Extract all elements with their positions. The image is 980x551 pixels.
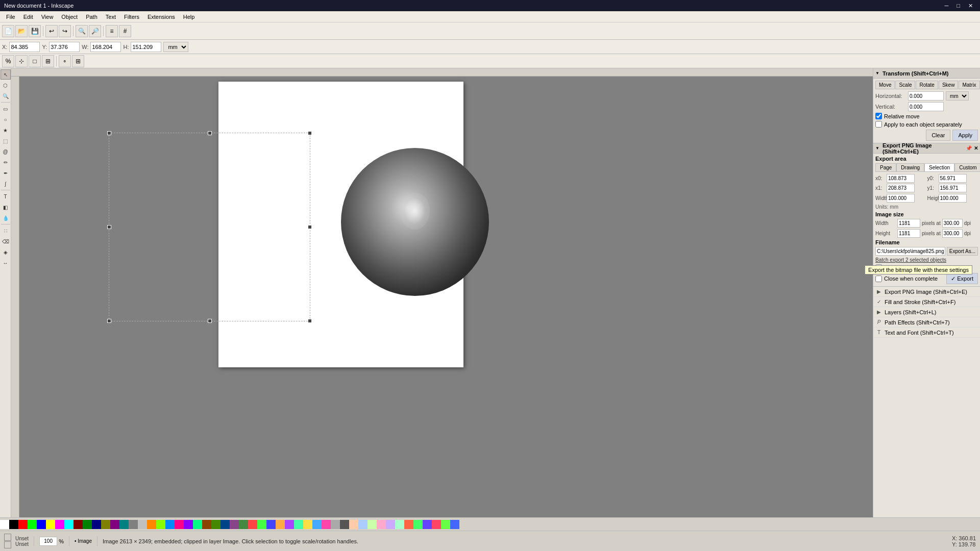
img-height-input[interactable]: [897, 229, 920, 238]
eraser-tool[interactable]: ⌫: [1, 236, 11, 246]
palette-swatch[interactable]: [230, 520, 239, 529]
ea-tab-page[interactable]: Page: [875, 163, 896, 172]
palette-swatch[interactable]: [165, 520, 175, 529]
palette-swatch[interactable]: [110, 520, 119, 529]
palette-swatch[interactable]: [202, 520, 211, 529]
spiral-tool[interactable]: @: [1, 146, 11, 157]
palette-swatch[interactable]: [9, 520, 18, 529]
height-input[interactable]: [939, 194, 967, 203]
palette-swatch[interactable]: [413, 520, 423, 529]
zoom-out-button[interactable]: 🔎: [89, 25, 101, 37]
transform-panel-header[interactable]: ▼ Transform (Shift+Ctrl+M): [873, 68, 980, 79]
zoom-tool[interactable]: 🔍: [1, 91, 11, 101]
palette-swatch[interactable]: [64, 520, 74, 529]
palette-swatch[interactable]: [340, 520, 349, 529]
horizontal-input[interactable]: [908, 91, 944, 101]
ea-tab-custom[interactable]: Custom: [954, 163, 980, 172]
palette-swatch[interactable]: [147, 520, 156, 529]
palette-swatch[interactable]: [312, 520, 322, 529]
snap-bbox[interactable]: □: [29, 55, 41, 67]
menu-file[interactable]: File: [2, 13, 19, 21]
spray-tool[interactable]: ∷: [1, 226, 11, 236]
snap-to-grid[interactable]: ⊞: [72, 55, 84, 67]
handle-bl[interactable]: [107, 319, 111, 323]
panel-list-layers[interactable]: ▶ Layers (Shift+Ctrl+L): [873, 307, 980, 317]
text-tool[interactable]: T: [1, 191, 11, 202]
menu-object[interactable]: Object: [57, 13, 82, 21]
palette-swatch[interactable]: [28, 520, 37, 529]
palette-swatch[interactable]: [266, 520, 276, 529]
palette-swatch[interactable]: [0, 520, 9, 529]
tab-rotate[interactable]: Rotate: [916, 81, 938, 89]
grid-button[interactable]: #: [119, 25, 131, 37]
tab-skew[interactable]: Skew: [939, 81, 958, 89]
panel-list-fill[interactable]: ✓ Fill and Stroke (Shift+Ctrl+F): [873, 297, 980, 307]
palette-swatch[interactable]: [193, 520, 202, 529]
snap-enable[interactable]: %: [2, 55, 14, 67]
vertical-input[interactable]: [908, 102, 944, 111]
gradient-tool[interactable]: ◧: [1, 202, 11, 212]
canvas-area[interactable]: [11, 68, 873, 517]
star-tool[interactable]: ★: [1, 125, 11, 135]
palette-swatch[interactable]: [257, 520, 266, 529]
align-button[interactable]: ≡: [106, 25, 118, 37]
h-input[interactable]: [131, 42, 161, 52]
y-input[interactable]: [49, 42, 80, 52]
new-button[interactable]: 📄: [2, 25, 14, 37]
zoom-input[interactable]: [39, 537, 57, 546]
width-input[interactable]: [887, 194, 915, 203]
tab-scale[interactable]: Scale: [895, 81, 915, 89]
close-when-complete-checkbox[interactable]: [875, 276, 882, 282]
palette-swatch[interactable]: [303, 520, 312, 529]
node-tool[interactable]: ⬡: [1, 80, 11, 90]
batch-export-link[interactable]: Batch export 2 selected objects: [875, 257, 946, 263]
horizontal-unit[interactable]: mm: [946, 91, 969, 101]
clear-button[interactable]: Clear: [926, 130, 950, 141]
palette-swatch[interactable]: [450, 520, 459, 529]
zoom-in-button[interactable]: 🔍: [76, 25, 88, 37]
palette-swatch[interactable]: [285, 520, 294, 529]
palette-swatch[interactable]: [83, 520, 92, 529]
img-width-input[interactable]: [897, 219, 920, 228]
palette-swatch[interactable]: [432, 520, 441, 529]
pen-tool[interactable]: ✒: [1, 168, 11, 178]
palette-swatch[interactable]: [377, 520, 386, 529]
w-input[interactable]: [90, 42, 121, 52]
paint-bucket-tool[interactable]: ◈: [1, 247, 11, 257]
relative-move-checkbox[interactable]: [875, 113, 882, 119]
panel-list-export[interactable]: ▶ Export PNG Image (Shift+Ctrl+E): [873, 287, 980, 297]
minimize-button[interactable]: ─: [942, 2, 952, 10]
palette-swatch[interactable]: [138, 520, 147, 529]
filename-input[interactable]: [875, 247, 945, 256]
palette-swatch[interactable]: [55, 520, 64, 529]
palette-swatch[interactable]: [358, 520, 368, 529]
palette-swatch[interactable]: [294, 520, 303, 529]
palette-swatch[interactable]: [404, 520, 413, 529]
hide-except-checkbox[interactable]: [875, 264, 882, 271]
menu-view[interactable]: View: [37, 13, 58, 21]
menu-path[interactable]: Path: [82, 13, 102, 21]
export-button[interactable]: ✓ Export: [946, 273, 978, 284]
y1-input[interactable]: [939, 184, 967, 192]
dropper-tool[interactable]: 💧: [1, 213, 11, 223]
img-height-dpi[interactable]: [942, 229, 963, 238]
palette-swatch[interactable]: [92, 520, 101, 529]
handle-tl[interactable]: [107, 131, 111, 135]
handle-tc[interactable]: [208, 131, 212, 135]
select-tool[interactable]: ↖: [1, 69, 11, 80]
palette-swatch[interactable]: [368, 520, 377, 529]
palette-swatch[interactable]: [322, 520, 331, 529]
palette-swatch[interactable]: [395, 520, 404, 529]
palette-swatch[interactable]: [211, 520, 220, 529]
x0-input[interactable]: [887, 174, 915, 183]
menu-filters[interactable]: Filters: [120, 13, 143, 21]
close-button[interactable]: ✕: [965, 2, 976, 10]
palette-swatch[interactable]: [37, 520, 46, 529]
palette-swatch[interactable]: [74, 520, 83, 529]
rect-tool[interactable]: ▭: [1, 104, 11, 114]
calligraphy-tool[interactable]: ∫: [1, 179, 11, 189]
palette-swatch[interactable]: [276, 520, 285, 529]
pencil-tool[interactable]: ✏: [1, 157, 11, 167]
panel-list-path-effects[interactable]: P Path Effects (Shift+Ctrl+7): [873, 317, 980, 328]
save-button[interactable]: 💾: [29, 25, 41, 37]
